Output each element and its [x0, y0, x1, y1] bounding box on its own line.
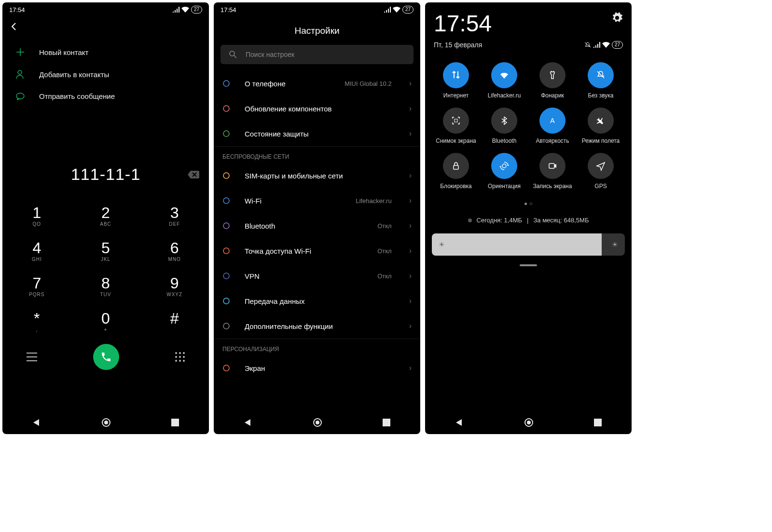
- settings-item-передача данных[interactable]: Передача данных ›: [214, 288, 420, 314]
- svg-point-0: [18, 70, 22, 74]
- svg-point-8: [175, 360, 177, 362]
- svg-point-19: [223, 198, 229, 204]
- dialer-action-1[interactable]: Добавить в контакты: [2, 63, 209, 85]
- qs-tile-screenshot[interactable]: Снимок экрана: [434, 108, 478, 144]
- svg-point-17: [223, 131, 229, 136]
- data-usage: Сегодня: 1,4МБ | За месяц: 648,5МБ: [425, 214, 632, 231]
- settings-item-экран[interactable]: Экран ›: [214, 355, 420, 381]
- qs-tile-circle: A: [539, 108, 565, 134]
- settings-item-icon: [222, 105, 231, 112]
- wifi-icon: [499, 70, 510, 81]
- nav-home-icon[interactable]: [524, 418, 534, 427]
- key-9[interactable]: 9 WXYZ: [140, 269, 209, 304]
- qs-tile-auto[interactable]: A Автояркость: [530, 108, 575, 144]
- key-2[interactable]: 2 ABC: [71, 198, 140, 233]
- call-button[interactable]: [93, 344, 119, 370]
- svg-point-15: [223, 81, 229, 86]
- dialer-action-2[interactable]: Отправить сообщение: [2, 85, 209, 107]
- qs-tile-rotate[interactable]: Ориентация: [482, 153, 526, 190]
- settings-item-icon: [222, 247, 231, 255]
- settings-item-wi-fi[interactable]: Wi-Fi Lifehacker.ru ›: [214, 188, 420, 213]
- qs-tile-gps[interactable]: GPS: [579, 153, 623, 190]
- wifi-icon: [393, 7, 400, 13]
- backspace-button[interactable]: [187, 170, 199, 179]
- settings-item-точка доступа wi-fi[interactable]: Точка доступа Wi-Fi Откл ›: [214, 238, 420, 263]
- nav-back-icon[interactable]: [32, 418, 41, 427]
- settings-item-о телефоне[interactable]: О телефоне MIUI Global 10.2 ›: [214, 71, 420, 96]
- nav-home-icon[interactable]: [101, 418, 111, 427]
- nav-recent-icon[interactable]: [171, 419, 179, 426]
- key-6[interactable]: 6 MNO: [140, 233, 209, 269]
- settings-item-sim-карты и мобильные сети[interactable]: SIM-карты и мобильные сети ›: [214, 163, 420, 188]
- settings-item-label: Состояние защиты: [245, 130, 392, 138]
- mute-status-icon: [584, 41, 592, 48]
- nav-recent-icon[interactable]: [594, 419, 602, 426]
- qs-tile-lock[interactable]: Блокировка: [434, 153, 478, 190]
- chevron-right-icon: ›: [409, 104, 412, 113]
- screenshot-icon: [451, 115, 461, 126]
- battery-icon: 27: [191, 6, 202, 14]
- key-8[interactable]: 8 TUV: [71, 269, 140, 304]
- back-button[interactable]: [2, 17, 209, 36]
- message-icon: [16, 93, 26, 100]
- qs-tile-torch[interactable]: Фонарик: [530, 62, 575, 99]
- nav-home-icon[interactable]: [313, 418, 322, 427]
- brightness-slider[interactable]: ☀ ☀: [432, 233, 625, 256]
- qs-tile-mute[interactable]: Без звука: [579, 62, 623, 99]
- svg-point-24: [223, 323, 229, 329]
- torch-icon: [547, 70, 558, 81]
- svg-point-12: [104, 421, 108, 424]
- svg-point-2: [175, 352, 177, 354]
- key-5[interactable]: 5 JKL: [71, 233, 140, 269]
- page-indicator: ● ○: [425, 193, 632, 214]
- drag-handle[interactable]: [520, 264, 537, 266]
- chevron-right-icon: ›: [409, 272, 412, 280]
- key-*[interactable]: * ,: [2, 304, 71, 339]
- gear-icon: [611, 12, 623, 24]
- key-7[interactable]: 7 PQRS: [2, 269, 71, 304]
- qs-tile-bt[interactable]: Bluetooth: [482, 108, 526, 144]
- dialer-actions: Новый контакт Добавить в контакты Отправ…: [2, 36, 209, 112]
- settings-item-icon: [222, 197, 231, 205]
- dialed-number: 111-11-1: [71, 165, 140, 184]
- dialer-action-0[interactable]: Новый контакт: [2, 41, 209, 63]
- nav-back-icon[interactable]: [244, 418, 252, 427]
- key-#[interactable]: #: [140, 304, 209, 339]
- settings-gear-button[interactable]: [611, 12, 623, 24]
- nav-back-icon[interactable]: [455, 418, 464, 427]
- key-4[interactable]: 4 GHI: [2, 233, 71, 269]
- settings-item-vpn[interactable]: VPN Откл ›: [214, 263, 420, 288]
- nav-bar: [425, 411, 632, 434]
- key-3[interactable]: 3 DEF: [140, 198, 209, 233]
- dialer-bottom-row: [2, 339, 209, 380]
- qs-time: 17:54: [434, 12, 492, 35]
- section-header-wireless: БЕСПРОВОДНЫЕ СЕТИ: [214, 147, 420, 163]
- keypad: 1 QO 2 ABC 3 DEF 4 GHI 5 JKL 6 MNO 7 PQR…: [2, 198, 209, 339]
- signal-icon: [593, 42, 600, 48]
- settings-item-value: Откл: [377, 247, 392, 255]
- qs-tile-plane[interactable]: Режим полета: [579, 108, 623, 144]
- key-1[interactable]: 1 QO: [2, 198, 71, 233]
- apps-button[interactable]: [175, 352, 185, 362]
- qs-tile-label: Фонарик: [541, 92, 564, 99]
- search-input[interactable]: Поиск настроек: [221, 45, 414, 64]
- settings-item-icon: [222, 322, 231, 330]
- settings-item-обновление компонентов[interactable]: Обновление компонентов ›: [214, 96, 420, 121]
- chevron-right-icon: ›: [409, 322, 412, 330]
- qs-tile-record[interactable]: Запись экрана: [530, 153, 575, 190]
- settings-item-icon: [222, 272, 231, 280]
- qs-tile-wifi[interactable]: Lifehacker.ru: [482, 62, 526, 99]
- nav-recent-icon[interactable]: [383, 419, 390, 426]
- menu-button[interactable]: [27, 353, 37, 361]
- settings-item-icon: [222, 130, 231, 137]
- svg-point-10: [183, 360, 185, 362]
- settings-item-bluetooth[interactable]: Bluetooth Откл ›: [214, 213, 420, 238]
- settings-item-состояние защиты[interactable]: Состояние защиты ›: [214, 121, 420, 146]
- action-label: Добавить в контакты: [39, 70, 109, 79]
- settings-item-дополнительные функции[interactable]: Дополнительные функции ›: [214, 314, 420, 339]
- key-0[interactable]: 0 +: [71, 304, 140, 339]
- qs-tile-label: Запись экрана: [533, 183, 572, 190]
- status-time: 17:54: [9, 6, 25, 14]
- qs-tile-data[interactable]: Интернет: [434, 62, 478, 99]
- svg-point-7: [183, 356, 185, 358]
